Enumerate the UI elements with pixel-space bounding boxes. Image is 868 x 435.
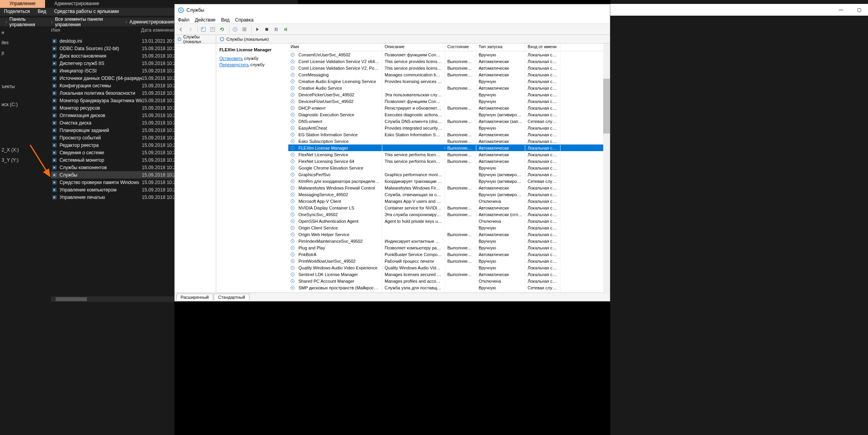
stop-button[interactable]: [263, 25, 271, 33]
service-row[interactable]: Malwarebytes Windows Firewall ControlMal…: [288, 184, 610, 191]
file-row[interactable]: Диск восстановления15.09.2018 10:29: [51, 52, 174, 60]
file-row[interactable]: Диспетчер служб IIS15.09.2018 10:29: [51, 60, 174, 67]
file-list[interactable]: desktop.ini13.01.2021 20:35ODBC Data Sou…: [51, 37, 174, 201]
menu-help[interactable]: Справка: [235, 17, 253, 23]
breadcrumb-item[interactable]: Панель управления: [9, 16, 49, 27]
service-row[interactable]: FlexNet Licensing ServiceThis service pe…: [288, 151, 610, 158]
service-row[interactable]: Sentinel LDK License ManagerManages lice…: [288, 271, 610, 278]
tree-item[interactable]: 2_X (X:): [0, 145, 46, 155]
file-row[interactable]: Локальная политика безопасности15.09.201…: [51, 89, 174, 97]
properties-button[interactable]: [199, 25, 207, 33]
service-row[interactable]: Microsoft App-V ClientManages App-V user…: [288, 198, 610, 204]
tab-admin[interactable]: Администрирование: [45, 0, 108, 8]
back-button[interactable]: [177, 25, 185, 33]
service-row[interactable]: OpenSSH Authentication AgentAgent to hol…: [288, 218, 610, 224]
file-row[interactable]: Просмотр событий15.09.2018 10:29: [51, 134, 174, 141]
service-row[interactable]: SMP дисковых пространств (Майкрософт)Слу…: [288, 284, 610, 291]
service-row[interactable]: GraphicsPerfSvcGraphics performance moni…: [288, 171, 610, 178]
menu-shortcut-tools[interactable]: Средства работы с ярлыками: [50, 8, 123, 16]
stop-link[interactable]: Остановить: [219, 56, 243, 61]
menu-action[interactable]: Действие: [195, 17, 216, 23]
restart-button[interactable]: [282, 25, 289, 33]
service-row[interactable]: Diagnostic Execution ServiceExecutes dia…: [288, 111, 610, 118]
service-row[interactable]: DevicesFlowUserSvc_49502Позволяет функци…: [288, 98, 610, 105]
tree-item[interactable]: 3_Y (Y:): [0, 155, 46, 165]
help-button[interactable]: ?: [231, 25, 239, 33]
menu-file[interactable]: Файл: [178, 17, 190, 23]
menu-view[interactable]: Вид: [34, 8, 50, 16]
tree-item[interactable]: иск (C:): [0, 99, 46, 110]
list-button[interactable]: [241, 25, 248, 33]
service-row[interactable]: Corel License Validation Service V2, Pow…: [288, 65, 610, 71]
file-row[interactable]: Управление компьютером15.09.2018 10:29: [51, 186, 174, 193]
service-row[interactable]: EasyAntiCheatProvides integrated securit…: [288, 125, 610, 131]
file-row[interactable]: Конфигурация системы15.09.2018 10:29: [51, 82, 174, 89]
column-date[interactable]: Дата изменени: [141, 27, 174, 35]
tab-manage[interactable]: Управление: [0, 0, 45, 8]
column-name[interactable]: Имя: [51, 27, 141, 35]
service-row[interactable]: Quality Windows Audio Video ExperienceQu…: [288, 264, 610, 271]
service-row[interactable]: Shared PC Account ManagerManages profile…: [288, 278, 610, 284]
maximize-button[interactable]: ▢: [850, 4, 868, 16]
export-button[interactable]: [209, 25, 217, 33]
vertical-scrollbar[interactable]: [603, 43, 610, 294]
file-row[interactable]: ODBC Data Sources (32-bit)15.09.2018 10:…: [51, 45, 174, 52]
play-button[interactable]: [253, 25, 261, 33]
breadcrumb-item[interactable]: Администрирование: [130, 19, 174, 25]
forward-button[interactable]: [186, 25, 194, 33]
menu-view[interactable]: Вид: [221, 17, 230, 23]
tab-standard[interactable]: Стандартный: [214, 294, 250, 300]
explorer-tree[interactable]: н iles p ъекты иск (C:) 2_X (X:) 3_Y (Y:…: [0, 27, 46, 301]
service-row[interactable]: MessagingService_49502Служба, отвечающая…: [288, 191, 610, 198]
titlebar[interactable]: Службы: [175, 4, 610, 16]
tree-item[interactable]: н: [0, 27, 46, 38]
service-row[interactable]: Plug and PlayПозволяет компьютеру распо.…: [288, 244, 610, 251]
tree-item[interactable]: iles: [0, 38, 46, 48]
pause-button[interactable]: [272, 25, 280, 33]
service-row[interactable]: Creative Audio Engine Licensing ServiceP…: [288, 78, 610, 85]
file-row[interactable]: Сведения о системе15.09.2018 10:29: [51, 149, 174, 156]
service-row[interactable]: EG Station Information ServiceEsko Stati…: [288, 131, 610, 138]
tree-item[interactable]: p: [0, 48, 46, 58]
col-logon[interactable]: Вход от имени: [525, 43, 561, 51]
service-row[interactable]: PrintWorkflowUserSvc_49502Рабочий процес…: [288, 258, 610, 264]
service-row[interactable]: NVIDIA Display Container LSContainer ser…: [288, 204, 610, 211]
file-row[interactable]: Редактор реестра15.09.2018 10:29: [51, 141, 174, 149]
restart-link[interactable]: Перезапустить: [219, 62, 249, 67]
file-row[interactable]: Службы15.09.2018 10:29: [51, 171, 174, 179]
tab-extended[interactable]: Расширенный: [176, 294, 213, 300]
file-row[interactable]: desktop.ini13.01.2021 20:35: [51, 37, 174, 45]
service-row[interactable]: Google Chrome Elevation ServiceВручнуюЛо…: [288, 164, 610, 171]
file-row[interactable]: Оптимизация дисков15.09.2018 10:29: [51, 112, 174, 119]
menu-share[interactable]: Поделиться: [0, 8, 34, 16]
service-row[interactable]: CoreMessagingManages communication betw.…: [288, 71, 610, 78]
service-row[interactable]: KtmRm для координатора распределенных ..…: [288, 178, 610, 184]
breadcrumb[interactable]: › Панель управления › Все элементы панел…: [0, 18, 174, 26]
file-row[interactable]: Источники данных ODBC (64-разрядна...15.…: [51, 74, 174, 82]
file-row[interactable]: Службы компонентов15.09.2018 10:29: [51, 164, 174, 171]
minimize-button[interactable]: —: [832, 4, 850, 16]
col-state[interactable]: Состояние: [445, 43, 476, 51]
col-desc[interactable]: Описание: [382, 43, 445, 51]
service-row[interactable]: Origin Client ServiceВручнуюЛокальная си…: [288, 224, 610, 231]
col-start[interactable]: Тип запуска: [476, 43, 525, 51]
service-row[interactable]: DNS-клиентСлужба DNS-клиента (dnscach...…: [288, 118, 610, 125]
file-row[interactable]: Системный монитор15.09.2018 10:29: [51, 156, 174, 164]
scrollbar-thumb[interactable]: [56, 297, 87, 301]
service-row[interactable]: ConsentUxUserSvc_49502Позволяет функциям…: [288, 51, 610, 58]
file-row[interactable]: Монитор ресурсов15.09.2018 10:29: [51, 104, 174, 112]
service-row[interactable]: Corel License Validation Service V2 x64,…: [288, 58, 610, 65]
service-row[interactable]: PnkBstrAPunkBuster Service Component...В…: [288, 251, 610, 258]
service-row[interactable]: FLEXlm License ManagerВыполняетсяАвтомат…: [288, 144, 610, 151]
service-row[interactable]: PimIndexMaintenanceSvc_49502Индексирует …: [288, 238, 610, 244]
file-row[interactable]: Монитор брандмауэра Защитника Win...15.0…: [51, 97, 174, 104]
refresh-button[interactable]: [218, 25, 226, 33]
service-row[interactable]: Creative Audio ServiceВыполняетсяАвтомат…: [288, 85, 610, 91]
tree-item[interactable]: ъекты: [0, 81, 46, 92]
service-row[interactable]: SQL Server VSS WriterProvides the interf…: [288, 291, 610, 292]
service-row[interactable]: OneSyncSvc_49502Эта служба синхронизируе…: [288, 211, 610, 218]
file-row[interactable]: Планировщик заданий15.09.2018 10:28: [51, 126, 174, 134]
service-row[interactable]: FlexNet Licensing Service 64This service…: [288, 158, 610, 164]
service-row[interactable]: DHCP-клиентРегистрирует и обновляет IP-а…: [288, 105, 610, 111]
breadcrumb-item[interactable]: Все элементы панели управления: [55, 16, 123, 27]
